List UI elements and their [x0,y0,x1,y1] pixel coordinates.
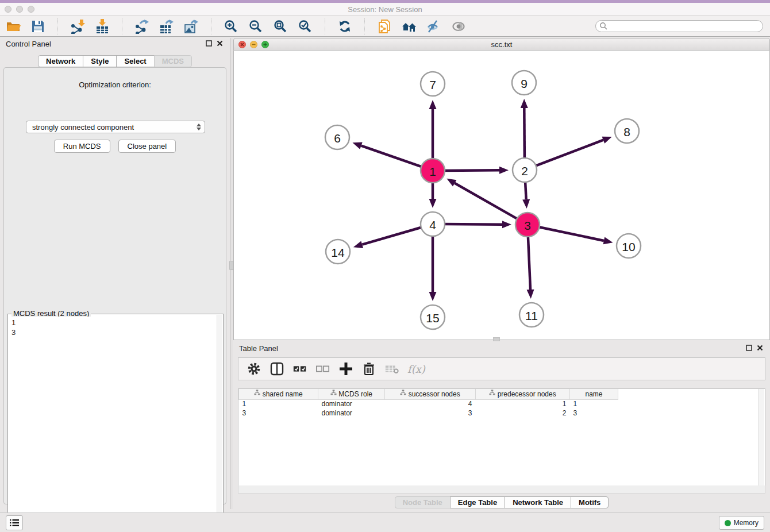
column-header-predecessor-nodes[interactable]: predecessor nodes [476,389,570,399]
tab-node-table[interactable]: Node Table [395,496,451,508]
zoom-out-icon[interactable] [248,19,263,34]
mcds-result-lines[interactable]: 1 3 [9,317,216,528]
network-import-icon[interactable] [70,19,85,34]
table-toolbar: f(x) [238,357,765,380]
graph-edge-arrowhead [602,137,612,144]
run-mcds-button[interactable]: Run MCDS [54,140,110,153]
table-cell[interactable]: 1 [239,399,318,408]
table-tabs: Node TableEdge TableNetwork TableMotifs [233,496,770,508]
graph-edge-arrowhead [353,241,363,248]
graph-edge[interactable] [362,227,423,245]
graph-edge[interactable] [442,170,499,171]
search-box[interactable] [595,20,763,32]
gear-icon[interactable] [247,361,261,376]
graph-edge[interactable] [442,224,502,225]
search-input[interactable] [608,21,763,31]
graph-edge-arrowhead [352,142,362,149]
control-panel-title: Control Panel [6,40,51,48]
column-header-mcds-role[interactable]: MCDS role [318,389,385,399]
node-table-body: 1dominator4113dominator323 [239,399,618,418]
graph-edge-arrowhead [522,199,530,209]
panel-splitter[interactable] [230,38,233,509]
horizontal-splitter-grip[interactable] [493,337,500,341]
graph-node-label: 14 [331,246,345,259]
column-header-name[interactable]: name [570,389,618,399]
table-row[interactable]: 1dominator411 [239,399,618,408]
result-scrollbar[interactable] [217,315,222,529]
column-header-shared-name[interactable]: shared name [239,389,318,399]
task-history-button[interactable] [6,515,23,530]
table-cell[interactable]: dominator [318,399,385,408]
memory-status-icon [725,520,731,526]
graph-node-label: 9 [521,77,528,90]
table-vertical-scrollbar[interactable] [758,389,764,485]
graph-edge[interactable] [361,146,424,168]
deselect-all-icon[interactable] [315,361,330,376]
graph-node-label: 1 [429,165,436,178]
tab-network-table[interactable]: Network Table [505,496,571,508]
table-cell[interactable]: 2 [476,408,570,418]
app-titlebar: Session: New Session [0,3,770,16]
graph-edge[interactable] [528,234,530,290]
network-export-icon[interactable] [134,19,149,34]
graph-edge[interactable] [524,108,525,160]
table-row[interactable]: 3dominator323 [239,408,618,418]
table-panel-title: Table Panel [239,344,278,353]
table-export-icon[interactable] [159,19,174,34]
tab-edge-table[interactable]: Edge Table [450,496,505,508]
table-cell[interactable]: 3 [385,408,476,418]
graph-node-label: 6 [334,132,341,145]
zoom-selected-icon[interactable] [298,19,313,34]
table-header-row: shared name MCDS role successor nodes pr… [239,389,618,399]
table-cell[interactable]: 3 [239,408,318,418]
graph-node-label: 15 [426,311,439,325]
columns-icon[interactable] [270,361,284,376]
table-cell[interactable]: 3 [570,408,618,418]
memory-button[interactable]: Memory [719,516,764,530]
open-folder-icon[interactable] [6,19,21,34]
zoom-fit-icon[interactable] [273,19,288,34]
graph-edge-arrowhead [521,99,528,108]
control-panel-tabs: NetworkStyleSelectMCDS [0,55,230,67]
tab-mcds[interactable]: MCDS [154,55,192,67]
graph-edge-arrowhead [429,100,437,109]
add-column-icon[interactable] [338,361,353,376]
network-canvas[interactable]: 7968124314101511 [233,51,770,340]
clone-network-icon[interactable] [377,19,392,34]
close-panel-button[interactable]: Close panel [118,140,176,153]
zoom-in-icon[interactable] [224,19,238,34]
select-all-icon[interactable] [292,361,307,376]
memory-label: Memory [734,519,759,527]
tab-select[interactable]: Select [116,55,154,67]
delete-column-icon[interactable] [361,361,376,376]
table-horizontal-scrollbar[interactable] [238,485,765,494]
tab-network[interactable]: Network [38,55,83,67]
table-cell[interactable]: 4 [385,399,476,408]
close-panel-icon[interactable] [757,345,763,351]
tab-motifs[interactable]: Motifs [571,496,609,508]
close-panel-icon[interactable] [217,40,223,47]
graph-edge[interactable] [534,140,603,167]
optimization-criterion-select[interactable]: strongly connected component [26,121,205,133]
table-cell[interactable]: dominator [318,408,385,418]
table-import-icon[interactable] [95,19,110,34]
table-cell[interactable]: 1 [570,399,618,408]
graph-edge[interactable] [455,183,519,220]
refresh-icon[interactable] [337,19,352,34]
home-views-icon[interactable] [402,19,417,34]
column-header-successor-nodes[interactable]: successor nodes [385,389,476,399]
float-panel-icon[interactable] [206,40,212,47]
image-export-icon[interactable] [184,19,199,34]
graph-edge[interactable] [537,226,604,240]
save-icon[interactable] [30,19,45,34]
table-cell[interactable]: 1 [476,399,570,408]
app-title: Session: New Session [0,5,770,14]
tab-style[interactable]: Style [83,55,117,67]
graph-node-label: 2 [521,164,528,178]
eye-icon[interactable] [451,19,466,34]
column-type-icon [254,390,260,396]
float-panel-icon[interactable] [746,345,752,351]
control-panel-header: Control Panel [0,38,230,51]
graph-edge-arrowhead [603,237,613,245]
eye-slash-icon[interactable] [426,19,441,34]
